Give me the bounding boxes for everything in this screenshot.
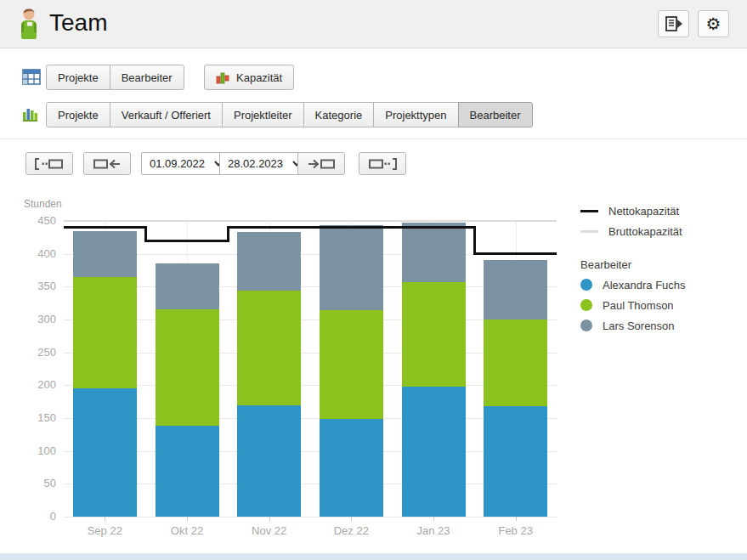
x-tick-label: Feb 23 bbox=[478, 524, 554, 537]
capacity-line-step bbox=[473, 226, 476, 255]
chart-tab-bearbeiter[interactable]: Bearbeiter bbox=[458, 102, 533, 127]
x-axis-tick bbox=[351, 517, 352, 521]
bar-segment-paul-thomson[interactable] bbox=[320, 310, 383, 419]
chart-tab-group: ProjekteVerkauft / OfferiertProjektleite… bbox=[46, 102, 533, 127]
table-view-button-projekte[interactable]: Projekte bbox=[46, 65, 110, 90]
kapazitaet-button[interactable]: Kapazität bbox=[204, 65, 294, 90]
legend-title: Bearbeiter bbox=[580, 254, 742, 274]
capacity-line-bruttokapazität bbox=[310, 220, 393, 222]
legend-label: Nettokapazität bbox=[608, 205, 679, 218]
capacity-line-nettokapazität bbox=[64, 226, 146, 229]
shift-earlier-icon bbox=[93, 158, 121, 170]
date-to-select[interactable]: 28.02.2023 bbox=[219, 152, 306, 175]
report-button[interactable] bbox=[658, 10, 689, 37]
bar-segment-lars-sorenson[interactable] bbox=[73, 231, 137, 277]
x-axis-tick bbox=[269, 517, 270, 521]
bar-segment-paul-thomson[interactable] bbox=[237, 291, 301, 405]
bar-segment-alexandra-fuchs[interactable] bbox=[237, 405, 301, 518]
legend-item-nettokapazität: Nettokapazität bbox=[580, 201, 742, 221]
legend-item-bruttokapazität: Bruttokapazität bbox=[580, 221, 742, 241]
bar-segment-lars-sorenson[interactable] bbox=[237, 232, 301, 291]
chart-tab-verkauft-offeriert[interactable]: Verkauft / Offeriert bbox=[110, 102, 223, 127]
chart-tab-projektleiter[interactable]: Projektleiter bbox=[222, 102, 304, 127]
x-axis-tick bbox=[105, 517, 105, 521]
x-tick-label: Dez 22 bbox=[313, 524, 389, 537]
y-tick-label: 300 bbox=[19, 313, 56, 325]
table-view-button-bearbeiter[interactable]: Bearbeiter bbox=[110, 65, 184, 90]
bar-segment-alexandra-fuchs[interactable] bbox=[320, 419, 383, 517]
y-tick-label: 450 bbox=[19, 214, 56, 227]
capacity-line-bruttokapazität bbox=[393, 220, 475, 222]
bar-segment-paul-thomson[interactable] bbox=[156, 309, 219, 427]
legend-label: Bruttokapazität bbox=[608, 225, 682, 238]
bar-segment-lars-sorenson[interactable] bbox=[402, 223, 466, 282]
bar-segment-paul-thomson[interactable] bbox=[402, 282, 466, 387]
chart-legend: NettokapazitätBruttokapazitätBearbeiterA… bbox=[580, 201, 742, 336]
capacity-line-nettokapazität bbox=[146, 240, 229, 242]
capacity-line-bruttokapazität bbox=[474, 220, 557, 222]
gear-icon: ⚙ bbox=[706, 15, 722, 32]
grid-line-h bbox=[64, 484, 557, 484]
grid-line-h bbox=[64, 286, 557, 287]
y-tick-label: 400 bbox=[19, 247, 56, 260]
horizontal-scrollbar[interactable] bbox=[0, 553, 747, 560]
grid-line-h bbox=[64, 353, 557, 354]
legend-color-dot bbox=[580, 320, 592, 331]
bar-segment-lars-sorenson[interactable] bbox=[484, 260, 547, 320]
legend-label: Lars Sorenson bbox=[603, 320, 675, 332]
shift-earlier-button[interactable] bbox=[83, 152, 131, 175]
grid-line-h bbox=[64, 418, 557, 419]
capacity-line-nettokapazität bbox=[310, 226, 393, 229]
settings-button[interactable]: ⚙ bbox=[698, 10, 729, 37]
goto-end-icon bbox=[368, 158, 397, 170]
x-tick-label: Nov 22 bbox=[231, 524, 308, 537]
bar-segment-alexandra-fuchs[interactable] bbox=[73, 388, 137, 517]
x-tick-label: Sep 22 bbox=[66, 524, 143, 537]
legend-label: Alexandra Fuchs bbox=[603, 279, 686, 291]
date-from-value: 01.09.2022 bbox=[142, 157, 210, 170]
y-tick-label: 350 bbox=[19, 280, 56, 292]
report-icon bbox=[665, 16, 683, 31]
y-tick-label: 250 bbox=[19, 346, 56, 359]
bar-segment-lars-sorenson[interactable] bbox=[320, 225, 383, 310]
date-from-select[interactable]: 01.09.2022 bbox=[141, 152, 228, 175]
grid-line-h bbox=[64, 320, 557, 320]
chart-tab-projekttypen[interactable]: Projekttypen bbox=[373, 102, 458, 127]
y-tick-label: 150 bbox=[19, 411, 56, 424]
chart-view-icon bbox=[22, 105, 41, 124]
chart-tab-projekte[interactable]: Projekte bbox=[46, 102, 110, 127]
mini-bar-chart-icon bbox=[216, 71, 229, 84]
x-axis-tick bbox=[516, 517, 517, 521]
legend-item-paul-thomson: Paul Thomson bbox=[580, 295, 742, 315]
goto-end-button[interactable] bbox=[359, 152, 406, 175]
grid-line-h bbox=[64, 385, 557, 386]
goto-start-button[interactable] bbox=[25, 152, 73, 175]
legend-color-dot bbox=[580, 299, 592, 311]
kapazitaet-button-label: Kapazität bbox=[236, 71, 282, 84]
capacity-line-bruttokapazität bbox=[146, 220, 229, 222]
legend-item-alexandra-fuchs: Alexandra Fuchs bbox=[580, 274, 742, 295]
legend-label: Paul Thomson bbox=[603, 299, 674, 312]
bar-segment-alexandra-fuchs[interactable] bbox=[484, 406, 547, 517]
goto-start-icon bbox=[35, 158, 64, 170]
bar-segment-paul-thomson[interactable] bbox=[73, 277, 137, 389]
toolbar-separator bbox=[0, 139, 747, 139]
y-tick-label: 100 bbox=[19, 444, 56, 457]
capacity-line-bruttokapazität bbox=[228, 220, 310, 222]
bar-segment-paul-thomson[interactable] bbox=[484, 320, 547, 406]
date-to-value: 28.02.2023 bbox=[220, 157, 288, 170]
capacity-line-bruttokapazität bbox=[64, 220, 146, 222]
bar-segment-alexandra-fuchs[interactable] bbox=[156, 426, 219, 517]
team-avatar-icon bbox=[14, 7, 43, 41]
x-axis-tick bbox=[433, 517, 434, 521]
shift-later-button[interactable] bbox=[297, 152, 345, 175]
shift-later-icon bbox=[308, 158, 335, 170]
x-axis-tick bbox=[187, 517, 188, 521]
chart-tab-kategorie[interactable]: Kategorie bbox=[303, 102, 375, 127]
bar-segment-lars-sorenson[interactable] bbox=[156, 263, 219, 308]
bar-segment-alexandra-fuchs[interactable] bbox=[402, 387, 466, 517]
grid-line-h bbox=[64, 451, 557, 452]
y-tick-label: 50 bbox=[19, 477, 56, 489]
legend-line-swatch bbox=[580, 230, 598, 233]
x-tick-label: Okt 22 bbox=[149, 524, 225, 537]
